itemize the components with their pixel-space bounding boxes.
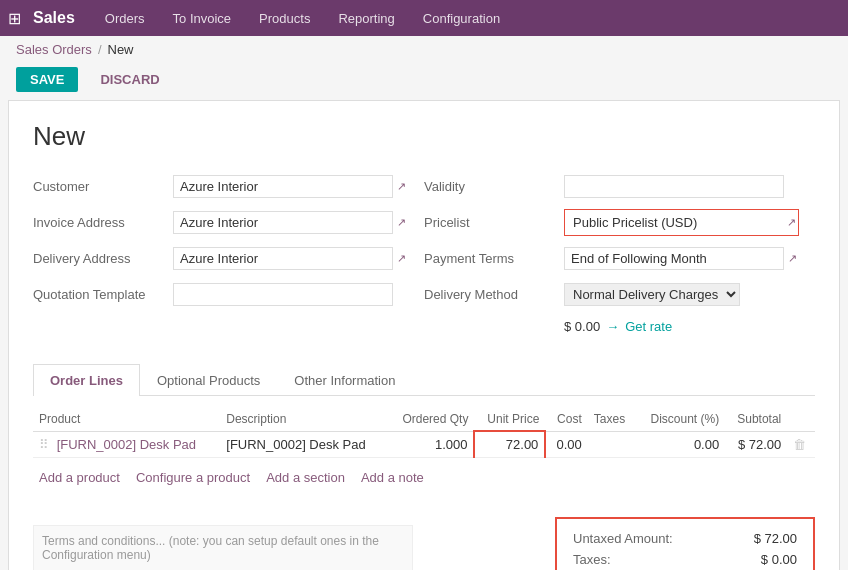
delivery-address-label: Delivery Address [33, 251, 173, 266]
form-left: Customer Azure Interior ↗ Invoice Addres… [33, 172, 424, 348]
col-cost: Cost [545, 408, 587, 431]
drag-handle[interactable]: ⠿ [39, 437, 49, 452]
order-table: Product Description Ordered Qty Unit Pri… [33, 408, 815, 458]
nav-reporting[interactable]: Reporting [332, 7, 400, 30]
row-product: ⠿ [FURN_0002] Desk Pad [33, 431, 220, 458]
validity-select[interactable] [564, 175, 784, 198]
save-button[interactable]: SAVE [16, 67, 78, 92]
col-subtotal: Subtotal [725, 408, 787, 431]
delivery-method-field: Normal Delivery Charges [564, 283, 799, 306]
topbar: ⊞ Sales Orders To Invoice Products Repor… [0, 0, 848, 36]
pricelist-label: Pricelist [424, 215, 564, 230]
col-product: Product [33, 408, 220, 431]
customer-label: Customer [33, 179, 173, 194]
col-delete [787, 408, 815, 431]
delivery-address-row: Delivery Address Azure Interior ↗ [33, 244, 408, 272]
customer-field: Azure Interior ↗ [173, 175, 408, 198]
delivery-method-label: Delivery Method [424, 287, 564, 302]
grid-icon[interactable]: ⊞ [8, 9, 21, 28]
delivery-address-field: Azure Interior ↗ [173, 247, 408, 270]
tabs: Order Lines Optional Products Other Info… [33, 364, 815, 396]
quotation-template-label: Quotation Template [33, 287, 173, 302]
payment-terms-label: Payment Terms [424, 251, 564, 266]
col-discount: Discount (%) [636, 408, 725, 431]
row-delete[interactable]: 🗑 [787, 431, 815, 458]
payment-terms-external-link[interactable]: ↗ [788, 252, 797, 265]
row-cost: 0.00 [545, 431, 587, 458]
col-ordered-qty: Ordered Qty [388, 408, 474, 431]
row-subtotal: $ 72.00 [725, 431, 787, 458]
add-note-link[interactable]: Add a note [361, 470, 424, 485]
validity-field [564, 175, 799, 198]
row-unit-price[interactable]: 72.00 [474, 431, 545, 458]
invoice-address-row: Invoice Address Azure Interior ↗ [33, 208, 408, 236]
row-discount: 0.00 [636, 431, 725, 458]
app-title: Sales [33, 9, 75, 27]
form-grid: Customer Azure Interior ↗ Invoice Addres… [33, 172, 815, 348]
invoice-address-select[interactable]: Azure Interior [173, 211, 393, 234]
table-row: ⠿ [FURN_0002] Desk Pad [FURN_0002] Desk … [33, 431, 815, 458]
taxes-row: Taxes: $ 0.00 [573, 552, 797, 567]
invoice-address-field: Azure Interior ↗ [173, 211, 408, 234]
tab-optional-products[interactable]: Optional Products [140, 364, 277, 396]
terms-box: Terms and conditions... (note: you can s… [33, 525, 413, 570]
page-title: New [33, 121, 815, 152]
payment-terms-field: End of Following Month ↗ [564, 247, 799, 270]
payment-terms-select[interactable]: End of Following Month [564, 247, 784, 270]
nav-to-invoice[interactable]: To Invoice [167, 7, 238, 30]
discard-button[interactable]: DISCARD [86, 67, 173, 92]
delivery-rate-field: $ 0.00 → Get rate [564, 319, 672, 334]
breadcrumb-parent[interactable]: Sales Orders [16, 42, 92, 57]
delivery-address-select[interactable]: Azure Interior [173, 247, 393, 270]
configure-product-link[interactable]: Configure a product [136, 470, 250, 485]
totals-container: Untaxed Amount: $ 72.00 Taxes: $ 0.00 To… [555, 517, 815, 570]
breadcrumb: Sales Orders / New [0, 36, 848, 63]
delivery-rate-row: $ 0.00 → Get rate [424, 312, 799, 340]
col-description: Description [220, 408, 388, 431]
product-link[interactable]: [FURN_0002] Desk Pad [57, 437, 196, 452]
tab-order-lines[interactable]: Order Lines [33, 364, 140, 396]
nav-orders[interactable]: Orders [99, 7, 151, 30]
customer-select[interactable]: Azure Interior [173, 175, 393, 198]
tab-other-information[interactable]: Other Information [277, 364, 412, 396]
validity-row: Validity [424, 172, 799, 200]
customer-external-link[interactable]: ↗ [397, 180, 406, 193]
quotation-template-select[interactable] [173, 283, 393, 306]
nav-configuration[interactable]: Configuration [417, 7, 506, 30]
add-product-link[interactable]: Add a product [39, 470, 120, 485]
untaxed-amount-row: Untaxed Amount: $ 72.00 [573, 531, 797, 546]
validity-label: Validity [424, 179, 564, 194]
col-taxes: Taxes [588, 408, 636, 431]
terms-text: Terms and conditions... (note: you can s… [42, 534, 379, 562]
invoice-address-label: Invoice Address [33, 215, 173, 230]
pricelist-field: Public Pricelist (USD) ↗ [564, 209, 799, 236]
pricelist-external-link[interactable]: ↗ [787, 216, 796, 229]
action-bar: SAVE DISCARD [0, 63, 848, 100]
untaxed-amount-label: Untaxed Amount: [573, 531, 673, 546]
customer-row: Customer Azure Interior ↗ [33, 172, 408, 200]
nav-products[interactable]: Products [253, 7, 316, 30]
delivery-address-external-link[interactable]: ↗ [397, 252, 406, 265]
taxes-value: $ 0.00 [761, 552, 797, 567]
pricelist-select[interactable]: Public Pricelist (USD) [567, 212, 783, 233]
row-description: [FURN_0002] Desk Pad [220, 431, 388, 458]
get-rate-arrow: → [606, 319, 619, 334]
totals-box: Untaxed Amount: $ 72.00 Taxes: $ 0.00 To… [555, 517, 815, 570]
row-ordered-qty: 1.000 [388, 431, 474, 458]
add-section-link[interactable]: Add a section [266, 470, 345, 485]
get-rate-link[interactable]: Get rate [625, 319, 672, 334]
pricelist-row: Pricelist Public Pricelist (USD) ↗ [424, 208, 799, 236]
table-actions: Add a product Configure a product Add a … [33, 466, 815, 489]
quotation-template-row: Quotation Template [33, 280, 408, 308]
invoice-address-external-link[interactable]: ↗ [397, 216, 406, 229]
payment-terms-row: Payment Terms End of Following Month ↗ [424, 244, 799, 272]
breadcrumb-current: New [108, 42, 134, 57]
untaxed-amount-value: $ 72.00 [754, 531, 797, 546]
delete-icon[interactable]: 🗑 [793, 437, 806, 452]
row-taxes [588, 431, 636, 458]
delivery-amount: $ 0.00 [564, 319, 600, 334]
col-unit-price: Unit Price [474, 408, 545, 431]
delivery-method-select[interactable]: Normal Delivery Charges [564, 283, 740, 306]
quotation-template-field [173, 283, 408, 306]
form-right: Validity Pricelist Public Pricelist (USD… [424, 172, 815, 348]
